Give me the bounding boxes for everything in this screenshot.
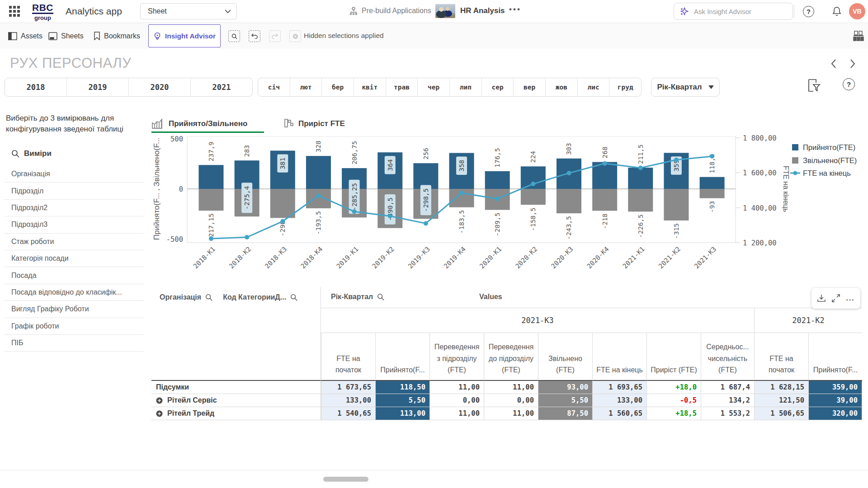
next-sheet-chevron[interactable] — [849, 59, 856, 69]
pivot-cell[interactable]: 1 560,65 — [592, 407, 646, 420]
pivot-cell[interactable]: 118,50 — [375, 381, 429, 394]
sheet-selector[interactable]: Sheet — [140, 3, 237, 19]
undo-selection-icon[interactable] — [249, 30, 260, 42]
pivot-cell[interactable]: 113,00 — [375, 407, 429, 420]
pivot-cell[interactable]: 1 687,4 — [701, 381, 754, 394]
fullscreen-icon[interactable] — [831, 294, 840, 303]
month-filter-лис[interactable]: лис — [577, 78, 609, 96]
month-filter-чер[interactable]: чер — [417, 78, 449, 96]
pivot-colhead[interactable]: Переведення з підрозділу (FTE) — [429, 333, 484, 381]
search-icon[interactable] — [377, 293, 384, 300]
pivot-cell[interactable]: 121,50 — [754, 394, 808, 407]
smart-search-icon[interactable] — [228, 30, 240, 42]
download-icon[interactable] — [817, 294, 826, 303]
dimension-item[interactable]: ПІБ — [5, 335, 144, 352]
pivot-cell[interactable]: 1 540,65 — [321, 407, 375, 420]
dimension-item[interactable]: Організація — [5, 166, 144, 183]
pivot-cell[interactable]: 11,00 — [484, 381, 538, 394]
year-filter-2019[interactable]: 2019 — [66, 78, 128, 96]
dimension-item[interactable]: Підрозділ3 — [5, 216, 144, 233]
year-filter-2021[interactable]: 2021 — [190, 78, 252, 96]
insight-advisor-button[interactable]: Insight Advisor — [148, 24, 221, 47]
selections-tool-icon[interactable] — [807, 78, 821, 93]
pivot-cell[interactable]: 1 673,65 — [321, 381, 375, 394]
pivot-cell[interactable]: 359,00 — [808, 381, 862, 394]
app-name[interactable]: HR Analysis — [460, 6, 505, 15]
pivot-table[interactable]: ОрганізаціяКод КатегорииД...Рік-КварталV… — [151, 287, 862, 420]
search-icon[interactable] — [290, 294, 297, 301]
month-filter-квіт[interactable]: квіт — [354, 78, 386, 96]
table-more-button[interactable]: ... — [846, 294, 854, 302]
pivot-cell[interactable]: 11,00 — [484, 407, 538, 420]
pivot-col-dim[interactable]: Рік-Квартал — [331, 293, 373, 301]
horizontal-scrollbar[interactable] — [323, 477, 368, 482]
pivot-cell[interactable]: 133,00 — [592, 394, 646, 407]
more-menu-button[interactable]: ••• — [509, 5, 521, 14]
pivot-group-2021-К3[interactable]: 2021-К3 — [321, 308, 754, 333]
month-filter-бер[interactable]: бер — [321, 78, 354, 96]
pivot-colhead[interactable]: Переведення до підрозділу (FTE) — [484, 333, 538, 381]
pivot-cell[interactable]: 1 553,2 — [701, 407, 754, 420]
pivot-cell[interactable]: 93,00 — [538, 381, 592, 394]
pivot-row-name[interactable]: Рітейл Сервіс — [151, 394, 321, 407]
pivot-cell[interactable]: 1 506,65 — [754, 407, 808, 420]
year-filter-2018[interactable]: 2018 — [5, 78, 66, 96]
pivot-colhead[interactable]: FTE на кінець — [592, 333, 646, 381]
clear-selections-icon[interactable] — [289, 30, 301, 42]
user-avatar[interactable]: VB — [849, 3, 865, 19]
dimension-item[interactable]: Стаж роботи — [5, 234, 144, 250]
pivot-group-2021-К2[interactable]: 2021-К2 — [754, 308, 862, 333]
pivot-colhead[interactable]: Приріст (FTE) — [646, 333, 701, 381]
redo-selection-icon[interactable] — [269, 30, 281, 42]
pivot-cell[interactable]: 87,50 — [538, 407, 592, 420]
combo-chart[interactable]: 5000-5001 800,001 600,001 400,001 200,00… — [151, 134, 868, 276]
dimension-item[interactable]: Посада відповідно до класифік... — [5, 284, 144, 301]
pivot-cell[interactable]: 0,00 — [429, 394, 484, 407]
bookmarks-button[interactable]: Bookmarks — [94, 23, 140, 49]
app-launcher-icon[interactable] — [9, 6, 20, 17]
pivot-colhead[interactable]: Звільнено (FTE) — [538, 333, 592, 381]
pivot-colhead[interactable]: Прийнято(F... — [375, 333, 429, 381]
pivot-colhead[interactable]: FTE на початок — [754, 333, 808, 381]
pivot-cell[interactable]: 133,00 — [321, 394, 375, 407]
dimension-item[interactable]: Категорія посади — [5, 250, 144, 267]
pivot-cell[interactable]: 1 693,65 — [592, 381, 646, 394]
pivot-colhead[interactable]: Середньос... чисельність (FTE) — [701, 333, 754, 381]
expand-icon[interactable] — [156, 410, 163, 417]
year-filter-2020[interactable]: 2020 — [128, 78, 190, 96]
pivot-cell[interactable]: 11,00 — [429, 407, 484, 420]
notifications-bell-icon[interactable] — [831, 5, 843, 17]
dimension-item[interactable]: Посада — [5, 267, 144, 284]
pivot-row-name[interactable]: Рітейл Трейд — [151, 407, 321, 420]
month-filter-трав[interactable]: трав — [386, 78, 418, 96]
pivot-row-name[interactable]: Підсумки — [151, 381, 321, 394]
pivot-colhead[interactable]: Прийнято(F... — [808, 333, 862, 381]
pivot-cell[interactable]: 0,00 — [484, 394, 538, 407]
pivot-cell[interactable]: +18,0 — [646, 381, 701, 394]
pivot-cell[interactable]: 11,00 — [429, 381, 484, 394]
prebuild-applications-link[interactable]: Pre-build Applications — [349, 6, 431, 15]
month-filter-січ[interactable]: січ — [258, 78, 290, 96]
month-filter-лют[interactable]: лют — [290, 78, 322, 96]
pivot-cell[interactable]: 5,50 — [538, 394, 592, 407]
pivot-cell[interactable]: 5,50 — [375, 394, 429, 407]
sheet-layout-icon[interactable] — [853, 30, 864, 42]
tab-fte-growth[interactable]: Приріст FTE — [284, 116, 345, 129]
month-filter-груд[interactable]: груд — [609, 78, 641, 96]
pivot-dim-category[interactable]: Код КатегорииД... — [223, 293, 286, 301]
pivot-cell[interactable]: 39,00 — [808, 394, 862, 407]
pivot-colhead[interactable]: FTE на початок — [321, 333, 375, 381]
help-button[interactable]: ? — [803, 6, 814, 17]
ask-insight-advisor-input[interactable]: Ask Insight Advisor — [674, 3, 793, 20]
dimension-item[interactable]: Графік роботи — [5, 318, 144, 335]
pivot-cell[interactable]: 320,00 — [808, 407, 862, 420]
assets-button[interactable]: Assets — [8, 23, 42, 49]
period-dimension-dropdown[interactable]: Рік-Квартал — [651, 78, 720, 97]
month-filter-вер[interactable]: вер — [513, 78, 545, 96]
pivot-cell[interactable]: +18,5 — [646, 407, 701, 420]
dimension-item[interactable]: Вигляд Графіку Роботи — [5, 301, 144, 318]
pivot-cell[interactable]: 134,2 — [701, 394, 754, 407]
pivot-cell[interactable]: -0,5 — [646, 394, 701, 407]
month-filter-жов[interactable]: жов — [545, 78, 577, 96]
pivot-cell[interactable]: 1 628,15 — [754, 381, 808, 394]
